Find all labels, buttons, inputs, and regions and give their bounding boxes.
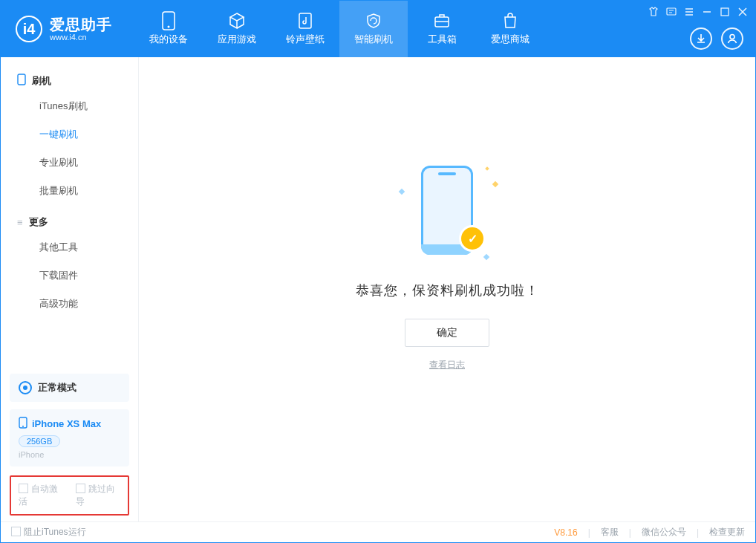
logo-text: 爱思助手 www.i4.cn bbox=[50, 16, 112, 42]
flash-options-row: 自动激活 跳过向导 bbox=[10, 475, 129, 516]
success-message: 恭喜您，保资料刷机成功啦！ bbox=[356, 282, 539, 299]
app-subtitle: www.i4.cn bbox=[50, 33, 112, 42]
view-log-link[interactable]: 查看日志 bbox=[429, 359, 465, 371]
sidebar-item-batch-flash[interactable]: 批量刷机 bbox=[1, 177, 138, 205]
nav-label: 智能刷机 bbox=[354, 33, 393, 46]
sidebar-item-pro-flash[interactable]: 专业刷机 bbox=[1, 149, 138, 177]
divider: | bbox=[697, 527, 699, 538]
sidebar-flash-items: iTunes刷机 一键刷机 专业刷机 批量刷机 bbox=[1, 92, 138, 205]
checkbox-icon bbox=[76, 484, 85, 493]
nav-apps-games[interactable]: 应用游戏 bbox=[203, 1, 271, 57]
main-nav: 我的设备 应用游戏 铃声壁纸 智能刷机 工具箱 爱思商城 bbox=[134, 1, 544, 57]
mode-indicator-icon bbox=[19, 381, 32, 394]
device-mode-label: 正常模式 bbox=[38, 381, 76, 394]
nav-ringtones-wallpapers[interactable]: 铃声壁纸 bbox=[271, 1, 339, 57]
version-label: V8.16 bbox=[554, 527, 577, 538]
device-storage-badge: 256GB bbox=[19, 435, 60, 447]
nav-label: 爱思商城 bbox=[491, 33, 529, 46]
download-button[interactable] bbox=[690, 27, 712, 50]
confirm-button[interactable]: 确定 bbox=[405, 319, 489, 347]
check-update-link[interactable]: 检查更新 bbox=[709, 526, 745, 539]
sidebar-header-label: 更多 bbox=[29, 215, 48, 229]
sidebar-header-flash: 刷机 bbox=[1, 69, 138, 92]
list-icon: ≡ bbox=[17, 217, 23, 228]
cube-icon bbox=[228, 12, 246, 30]
sidebar-section-more: ≡ 更多 其他工具 下载固件 高级功能 bbox=[1, 211, 138, 318]
briefcase-icon bbox=[433, 12, 451, 30]
refresh-shield-icon bbox=[365, 12, 382, 30]
main-content: ✓ 恭喜您，保资料刷机成功啦！ 确定 查看日志 bbox=[139, 57, 755, 521]
minimize-button[interactable] bbox=[700, 5, 714, 19]
body: 刷机 iTunes刷机 一键刷机 专业刷机 批量刷机 ≡ 更多 其他工具 下载固… bbox=[1, 57, 755, 521]
nav-toolbox[interactable]: 工具箱 bbox=[408, 1, 476, 57]
app-title: 爱思助手 bbox=[50, 16, 112, 33]
svg-rect-7 bbox=[18, 74, 25, 85]
divider: | bbox=[629, 527, 631, 538]
sidebar-item-download-firmware[interactable]: 下载固件 bbox=[1, 261, 138, 290]
nav-smart-flash[interactable]: 智能刷机 bbox=[339, 1, 408, 57]
phone-small-icon bbox=[19, 417, 27, 431]
nav-my-device[interactable]: 我的设备 bbox=[134, 1, 203, 57]
device-card[interactable]: iPhone XS Max 256GB iPhone bbox=[10, 409, 129, 466]
footer-left: 阻止iTunes运行 bbox=[11, 526, 86, 539]
success-illustration: ✓ bbox=[395, 161, 499, 265]
device-small-icon bbox=[17, 74, 26, 88]
checkbox-auto-activate[interactable]: 自动激活 bbox=[19, 483, 64, 508]
svg-rect-4 bbox=[667, 8, 676, 15]
checkbox-icon bbox=[19, 484, 28, 493]
close-button[interactable] bbox=[736, 5, 749, 19]
account-button[interactable] bbox=[721, 27, 743, 50]
maximize-button[interactable] bbox=[718, 5, 731, 19]
check-badge-icon: ✓ bbox=[459, 225, 486, 252]
sidebar-section-flash: 刷机 iTunes刷机 一键刷机 专业刷机 批量刷机 bbox=[1, 69, 138, 205]
svg-rect-5 bbox=[721, 8, 729, 16]
shopping-bag-icon bbox=[501, 12, 519, 30]
sidebar-item-advanced[interactable]: 高级功能 bbox=[1, 290, 138, 318]
checkbox-label: 阻止iTunes运行 bbox=[24, 527, 86, 537]
music-note-icon bbox=[296, 12, 314, 30]
svg-point-9 bbox=[22, 426, 24, 427]
svg-rect-2 bbox=[299, 13, 311, 28]
checkbox-block-itunes[interactable]: 阻止iTunes运行 bbox=[11, 526, 86, 539]
svg-point-6 bbox=[730, 35, 734, 39]
menu-icon[interactable] bbox=[682, 5, 696, 19]
sidebar-item-oneclick-flash[interactable]: 一键刷机 bbox=[1, 120, 138, 149]
sidebar-item-other-tools[interactable]: 其他工具 bbox=[1, 233, 138, 261]
sidebar-header-label: 刷机 bbox=[32, 74, 51, 88]
checkbox-icon bbox=[11, 527, 21, 536]
footer-right: V8.16 | 客服 | 微信公众号 | 检查更新 bbox=[554, 526, 745, 539]
app-header: i4 爱思助手 www.i4.cn 我的设备 应用游戏 铃声壁纸 智能刷机 工具… bbox=[1, 1, 755, 57]
sparkle-icon bbox=[485, 166, 489, 171]
header-actions bbox=[690, 27, 743, 50]
nav-label: 应用游戏 bbox=[218, 33, 256, 46]
svg-point-1 bbox=[168, 26, 170, 28]
status-bar: 阻止iTunes运行 V8.16 | 客服 | 微信公众号 | 检查更新 bbox=[1, 521, 755, 542]
logo-icon: i4 bbox=[16, 16, 42, 42]
shirt-icon[interactable] bbox=[647, 5, 660, 19]
sidebar-more-items: 其他工具 下载固件 高级功能 bbox=[1, 233, 138, 318]
sparkle-icon bbox=[483, 254, 489, 260]
sparkle-icon bbox=[492, 181, 498, 187]
sidebar-header-more: ≡ 更多 bbox=[1, 211, 138, 233]
sidebar: 刷机 iTunes刷机 一键刷机 专业刷机 批量刷机 ≡ 更多 其他工具 下载固… bbox=[1, 57, 139, 521]
nav-store[interactable]: 爱思商城 bbox=[476, 1, 544, 57]
nav-label: 工具箱 bbox=[428, 33, 457, 46]
checkbox-skip-guide[interactable]: 跳过向导 bbox=[76, 483, 121, 508]
device-box: 正常模式 iPhone XS Max 256GB iPhone bbox=[10, 374, 129, 466]
nav-label: 铃声壁纸 bbox=[286, 33, 325, 46]
sidebar-item-itunes-flash[interactable]: iTunes刷机 bbox=[1, 92, 138, 120]
device-mode-card[interactable]: 正常模式 bbox=[10, 374, 129, 402]
logo-area: i4 爱思助手 www.i4.cn bbox=[1, 1, 134, 57]
divider: | bbox=[588, 527, 590, 538]
nav-label: 我的设备 bbox=[149, 33, 188, 46]
device-type: iPhone bbox=[19, 450, 120, 459]
device-name: iPhone XS Max bbox=[32, 418, 101, 429]
phone-icon bbox=[160, 12, 177, 30]
window-controls bbox=[647, 5, 749, 19]
sparkle-icon bbox=[399, 189, 405, 195]
support-link[interactable]: 客服 bbox=[601, 526, 619, 539]
feedback-icon[interactable] bbox=[665, 5, 678, 19]
device-name-row: iPhone XS Max bbox=[19, 417, 120, 431]
wechat-link[interactable]: 微信公众号 bbox=[642, 526, 686, 539]
